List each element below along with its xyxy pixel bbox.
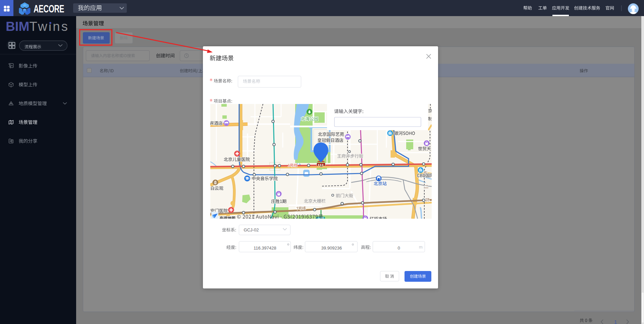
svg-text:0: 0 <box>397 246 400 251</box>
svg-text:1: 1 <box>614 319 617 324</box>
svg-text:m: m <box>419 245 423 250</box>
svg-text:116.397428: 116.397428 <box>254 246 276 251</box>
svg-text:39.909236: 39.909236 <box>321 246 342 251</box>
svg-text:GCJ-02: GCJ-02 <box>244 227 259 232</box>
